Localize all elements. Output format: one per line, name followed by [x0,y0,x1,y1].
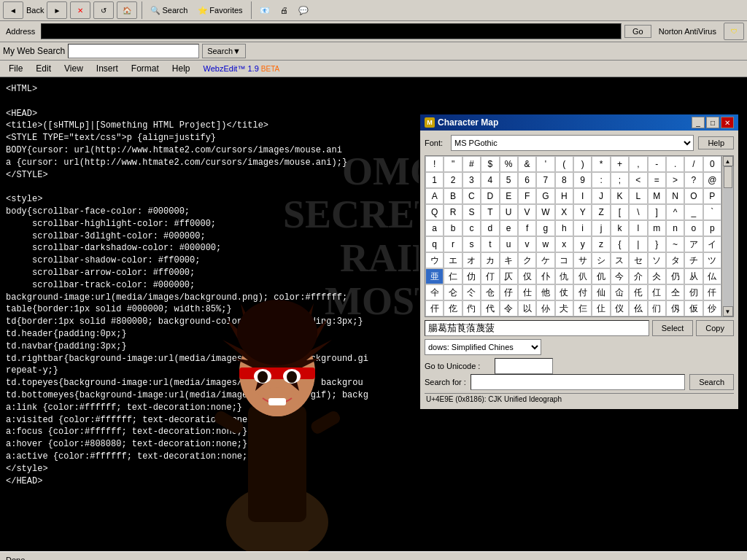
char-cell[interactable]: コ [555,252,573,268]
char-cell[interactable]: チ [684,252,703,268]
char-cell[interactable]: t [481,236,499,252]
char-cell[interactable]: 仗 [555,284,573,300]
char-cell[interactable]: # [462,156,481,172]
char-cell[interactable]: ス [611,252,629,268]
char-cell[interactable]: y [573,236,592,252]
char-cell[interactable]: " [444,156,462,172]
char-cell[interactable]: s [462,236,481,252]
char-cell[interactable]: C [462,188,481,204]
char-cell[interactable]: タ [666,252,684,268]
char-cell[interactable]: 亜 [425,268,444,284]
print-button[interactable]: 🖨 [276,4,292,17]
char-cell[interactable]: オ [462,252,481,268]
char-cell[interactable]: 他 [536,284,554,300]
char-cell[interactable]: h [555,220,573,236]
char-cell[interactable]: [ [611,204,629,220]
char-cell[interactable]: q [425,236,444,252]
char-cell[interactable]: 0 [703,156,721,172]
char-cell[interactable]: 仦 [536,300,554,316]
char-cell[interactable]: E [500,188,518,204]
char-cell[interactable]: + [611,156,629,172]
char-cell[interactable]: セ [629,252,647,268]
char-cell[interactable]: U [500,204,518,220]
char-cell[interactable]: e [500,220,518,236]
char-cell[interactable]: 仒 [462,284,481,300]
char-cell[interactable]: Y [573,204,592,220]
char-cell[interactable]: g [536,220,554,236]
char-cell[interactable]: i [573,220,592,236]
char-cell[interactable]: 4 [481,172,499,188]
char-cell[interactable]: ク [518,252,536,268]
char-cell[interactable]: o [684,220,703,236]
char-cell[interactable]: 今 [611,268,629,284]
char-cell[interactable]: * [592,156,610,172]
char-cell[interactable]: | [629,236,647,252]
char-cell[interactable]: 仄 [500,268,518,284]
refresh-button[interactable]: ↺ [93,1,114,19]
char-cell[interactable]: l [629,220,647,236]
char-cell[interactable]: ^ [666,204,684,220]
menu-insert[interactable]: Insert [90,62,124,75]
char-cell[interactable]: サ [573,252,592,268]
char-cell[interactable]: w [536,236,554,252]
char-cell[interactable]: 仏 [703,268,721,284]
char-cell[interactable]: u [500,236,518,252]
char-cell[interactable]: 从 [684,268,703,284]
char-cell[interactable]: X [555,204,573,220]
char-cell[interactable]: 5 [500,172,518,188]
char-cell[interactable]: 代 [481,300,499,316]
char-cell[interactable]: ~ [666,236,684,252]
char-cell[interactable]: } [648,236,666,252]
menu-edit[interactable]: Edit [30,62,57,75]
char-cell[interactable]: 以 [518,300,536,316]
char-cell[interactable]: 1 [425,172,444,188]
forward-button[interactable]: ► [47,1,67,19]
char-cell[interactable]: 仜 [648,284,666,300]
char-cell[interactable]: H [555,188,573,204]
menu-format[interactable]: Format [125,62,165,75]
char-cell[interactable]: 8 [555,172,573,188]
char-cell[interactable]: j [592,220,610,236]
char-cell[interactable]: 仝 [666,284,684,300]
char-cell[interactable]: . [666,156,684,172]
char-cell[interactable]: r [444,236,462,252]
char-cell[interactable]: 仐 [425,284,444,300]
char-cell[interactable]: v [518,236,536,252]
char-cell[interactable]: V [518,204,536,220]
char-cell[interactable]: 仙 [592,284,610,300]
char-cell[interactable]: 仅 [518,268,536,284]
char-cell[interactable]: 仠 [425,300,444,316]
char-cell[interactable]: I [573,188,592,204]
char-cell[interactable]: M [648,188,666,204]
char-cell[interactable]: 仂 [462,268,481,284]
char-cell[interactable]: K [611,188,629,204]
go-button[interactable]: Go [624,25,651,38]
char-cell[interactable]: 9 [573,172,592,188]
char-cell[interactable]: ツ [703,252,721,268]
char-cell[interactable]: イ [703,236,721,252]
char-cell[interactable]: ソ [648,252,666,268]
menu-file[interactable]: File [3,62,28,75]
char-cell[interactable]: 仧 [555,300,573,316]
char-cell[interactable]: % [500,156,518,172]
char-cell[interactable]: k [611,220,629,236]
font-select[interactable]: MS PGothic [451,135,694,151]
char-cell[interactable]: 仢 [462,300,481,316]
char-cell[interactable]: b [444,220,462,236]
mail-button[interactable]: 📧 [256,4,274,18]
close-button[interactable]: ✕ [721,117,734,128]
char-cell[interactable]: n [666,220,684,236]
char-cell[interactable]: f [518,220,536,236]
home-button[interactable]: 🏠 [117,1,137,19]
char-cell[interactable]: N [666,188,684,204]
char-cell[interactable]: ア [684,236,703,252]
char-cell[interactable]: 仨 [573,300,592,316]
char-cell[interactable]: m [648,220,666,236]
char-cell[interactable]: A [425,188,444,204]
char-cell[interactable]: ' [536,156,554,172]
menu-help[interactable]: Help [166,62,196,75]
goto-input[interactable] [495,358,553,374]
favorites-button[interactable]: ⭐ Favorites [194,4,246,18]
char-cell[interactable]: 仛 [629,284,647,300]
scroll-up-arrow[interactable]: ▲ [723,156,733,166]
